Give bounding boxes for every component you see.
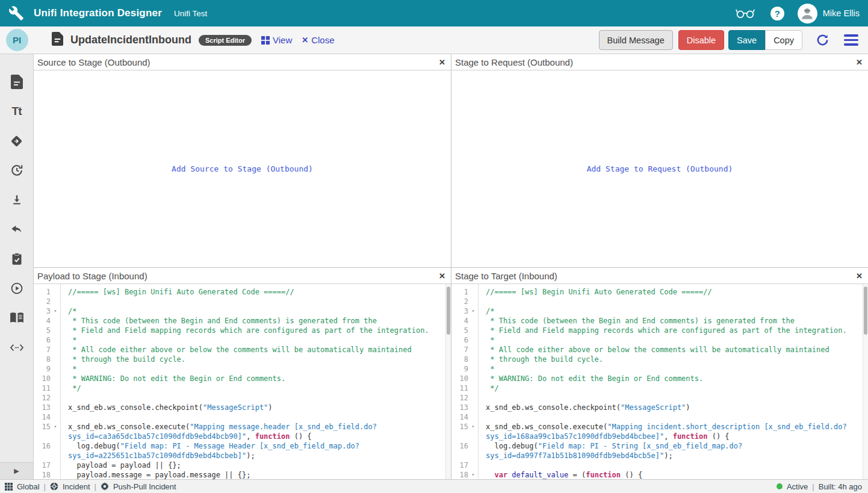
fold-arrow-icon[interactable]: ▾: [51, 422, 60, 432]
code-line[interactable]: 8 * through the build cycle.: [451, 355, 868, 364]
code-line[interactable]: 2: [451, 297, 868, 306]
code-content[interactable]: sys_id=168aa99c1ba57c1090dfdb9ebd4bcbee]…: [478, 432, 868, 441]
target-label[interactable]: Incident: [63, 482, 90, 491]
code-line[interactable]: 5 * Field and Field mapping records whic…: [34, 326, 451, 335]
fold-arrow-icon[interactable]: ▾: [468, 470, 478, 479]
code-line[interactable]: 3▾/*: [451, 306, 868, 316]
text-format-icon[interactable]: Tt: [10, 104, 24, 119]
code-content[interactable]: *: [60, 335, 451, 345]
code-content[interactable]: * through the build cycle.: [60, 355, 451, 364]
code-content[interactable]: x_snd_eb.ws_console.execute("Mapping inc…: [478, 422, 868, 432]
code-line[interactable]: 2: [34, 297, 451, 306]
view-button[interactable]: View: [261, 35, 292, 45]
code-content[interactable]: payload.message = payload.message || {};: [60, 470, 451, 479]
code-line[interactable]: 11 */: [451, 383, 868, 393]
scope-label[interactable]: Global: [17, 482, 40, 491]
code-line[interactable]: 1//===== [ws] Begin Unifi Auto Generated…: [451, 287, 868, 297]
build-message-button[interactable]: Build Message: [599, 30, 673, 50]
code-line[interactable]: 4 * This code (between the Begin and End…: [451, 316, 868, 326]
panel-close-icon[interactable]: ✕: [439, 271, 445, 281]
add-source-to-stage-link[interactable]: Add Source to Stage (Outbound): [172, 164, 313, 173]
docs-book-icon[interactable]: [10, 311, 24, 325]
code-content[interactable]: * All code either above or below the com…: [478, 345, 868, 355]
sidebar-expand-button[interactable]: ▶: [0, 462, 33, 479]
history-update-icon[interactable]: [10, 163, 24, 178]
code-line[interactable]: 17 payload = payload || {};: [34, 460, 451, 470]
code-content[interactable]: //===== [ws] Begin Unifi Auto Generated …: [478, 287, 868, 297]
code-content[interactable]: [478, 460, 868, 470]
code-line[interactable]: 4 * This code (between the Begin and End…: [34, 316, 451, 326]
code-line[interactable]: 6 *: [451, 335, 868, 345]
code-content[interactable]: * This code (between the Begin and End c…: [60, 316, 451, 326]
panel-close-icon[interactable]: ✕: [856, 58, 863, 67]
code-line[interactable]: 6 *: [34, 335, 451, 345]
code-content[interactable]: var default_value = (function () {: [478, 470, 868, 479]
fold-arrow-icon[interactable]: ▾: [51, 306, 60, 316]
code-content[interactable]: * WARNING: Do not edit the Begin or End …: [60, 374, 451, 383]
wrench-icon[interactable]: [8, 5, 24, 21]
play-circle-icon[interactable]: [10, 281, 24, 296]
save-button[interactable]: Save: [728, 30, 765, 50]
code-line[interactable]: sys_id=da997f7a1b51b81090dfdb9ebd4bcb5e]…: [451, 451, 868, 460]
fold-arrow-icon[interactable]: ▾: [468, 306, 478, 316]
code-line[interactable]: 9 *: [451, 364, 868, 374]
code-content[interactable]: */: [60, 383, 451, 393]
close-button[interactable]: ✕ Close: [302, 35, 334, 45]
fold-arrow-icon[interactable]: ▾: [468, 422, 478, 432]
code-line[interactable]: 16 log.debug("Field map: PI - String [x_…: [451, 441, 868, 451]
code-content[interactable]: * All code either above or below the com…: [60, 345, 451, 355]
menu-icon[interactable]: [844, 34, 858, 46]
scrollbar-thumb[interactable]: [447, 287, 450, 335]
code-content[interactable]: [478, 393, 868, 403]
code-content[interactable]: * through the build cycle.: [478, 355, 868, 364]
code-line[interactable]: 14: [451, 412, 868, 422]
code-content[interactable]: [478, 297, 868, 306]
code-content[interactable]: sys_id=a225651c1ba57c1090dfdb9ebd4bcbeb]…: [60, 451, 451, 460]
code-content[interactable]: sys_id=ca3a65dc1ba57c1090dfdb9ebd4bcb90]…: [60, 432, 451, 441]
refresh-icon[interactable]: [816, 33, 829, 47]
code-line[interactable]: 3▾/*: [34, 306, 451, 316]
add-stage-to-request-link[interactable]: Add Stage to Request (Outbound): [587, 164, 733, 173]
code-line[interactable]: 10 * WARNING: Do not edit the Begin or E…: [451, 374, 868, 383]
code-content[interactable]: * Field and Field mapping records which …: [60, 326, 451, 335]
undo-reply-icon[interactable]: [10, 222, 24, 237]
code-line[interactable]: 15▾x_snd_eb.ws_console.execute("Mapping …: [451, 422, 868, 432]
preview-glasses-icon[interactable]: [736, 8, 755, 19]
code-content[interactable]: *: [60, 364, 451, 374]
panel-close-icon[interactable]: ✕: [856, 271, 863, 281]
vertical-scrollbar[interactable]: [863, 284, 868, 479]
code-content[interactable]: * This code (between the Begin and End c…: [478, 316, 868, 326]
code-line[interactable]: 18▾ var default_value = (function () {: [451, 470, 868, 479]
user-menu[interactable]: Mike Ellis: [798, 4, 860, 23]
code-content[interactable]: [60, 412, 451, 422]
code-line[interactable]: 11 */: [34, 383, 451, 393]
code-content[interactable]: */: [478, 383, 868, 393]
code-content[interactable]: x_snd_eb.ws_console.checkpoint("MessageS…: [478, 403, 868, 412]
code-line[interactable]: 10 * WARNING: Do not edit the Begin or E…: [34, 374, 451, 383]
code-line[interactable]: 12: [34, 393, 451, 403]
code-line[interactable]: 12: [451, 393, 868, 403]
code-content[interactable]: *: [478, 364, 868, 374]
copy-button[interactable]: Copy: [765, 30, 802, 50]
code-content[interactable]: *: [478, 335, 868, 345]
code-content[interactable]: x_snd_eb.ws_console.execute("Mapping mes…: [60, 422, 451, 432]
code-line[interactable]: 17: [451, 460, 868, 470]
code-content[interactable]: x_snd_eb.ws_console.checkpoint("MessageS…: [60, 403, 451, 412]
disable-button[interactable]: Disable: [678, 30, 724, 50]
vertical-scrollbar[interactable]: [445, 284, 451, 479]
code-content[interactable]: * Field and Field mapping records which …: [478, 326, 868, 335]
code-content[interactable]: //===== [ws] Begin Unifi Auto Generated …: [60, 287, 451, 297]
code-content[interactable]: log.debug("Field map: PI - String [x_snd…: [478, 441, 868, 451]
route-diamond-icon[interactable]: [10, 134, 24, 148]
script-document-icon[interactable]: [10, 75, 24, 89]
scrollbar-thumb[interactable]: [864, 287, 867, 335]
code-line[interactable]: sys_id=a225651c1ba57c1090dfdb9ebd4bcbeb]…: [34, 451, 451, 460]
code-content[interactable]: /*: [478, 306, 868, 316]
clipboard-check-icon[interactable]: [10, 252, 24, 266]
code-content[interactable]: * WARNING: Do not edit the Begin or End …: [478, 374, 868, 383]
environment-label[interactable]: Unifi Test: [174, 9, 207, 18]
integration-label[interactable]: Push-Pull Incident: [113, 482, 176, 491]
code-line[interactable]: 16 log.debug("Field map: PI - Message He…: [34, 441, 451, 451]
code-line[interactable]: 13x_snd_eb.ws_console.checkpoint("Messag…: [451, 403, 868, 412]
code-content[interactable]: [60, 297, 451, 306]
